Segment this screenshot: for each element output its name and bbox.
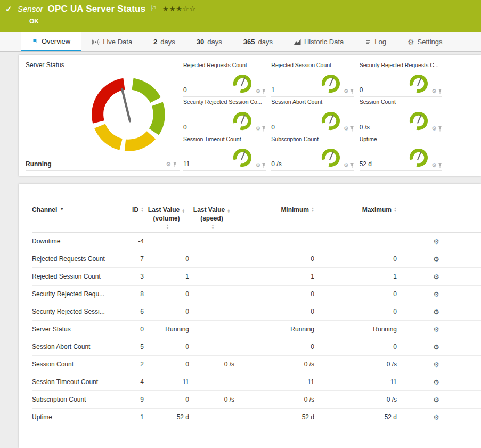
cell-channel: Server Status	[32, 325, 123, 333]
pin-icon[interactable]	[262, 126, 266, 132]
channel-settings-gear-icon[interactable]: ⚙	[433, 238, 439, 246]
gear-icon[interactable]: ⚙	[431, 126, 437, 132]
sort-icon[interactable]: ▲▼	[311, 207, 314, 212]
tab-overview[interactable]: Overview	[21, 32, 81, 51]
channel-settings-gear-icon[interactable]: ⚙	[433, 396, 439, 404]
tab-historic-data[interactable]: Historic Data	[283, 32, 354, 51]
table-body: Downtime -4 ⚙ Rejected Requests Count 7 …	[32, 233, 481, 426]
channel-settings-gear-icon[interactable]: ⚙	[433, 308, 439, 316]
cell-id: 9	[123, 396, 144, 403]
channel-settings-gear-icon[interactable]: ⚙	[433, 378, 439, 386]
star-icon[interactable]: ☆	[190, 5, 197, 13]
sort-down-icon: ▼	[394, 210, 397, 213]
gear-icon[interactable]: ⚙	[255, 126, 260, 132]
tab-number: 365	[243, 38, 255, 46]
mini-gauge-value: 0	[271, 124, 319, 132]
pin-icon[interactable]	[262, 88, 266, 94]
gear-icon[interactable]: ⚙	[344, 126, 349, 132]
pin-icon[interactable]	[350, 88, 354, 94]
header-label: Minimum	[281, 206, 309, 214]
mini-gauge-value: 0	[183, 86, 231, 95]
mini-gauge-label: Session Count	[360, 97, 442, 108]
tab-settings[interactable]: ⚙ Settings	[397, 32, 453, 51]
priority-rating[interactable]: ★★★☆☆	[162, 5, 196, 13]
pin-icon[interactable]	[350, 126, 354, 132]
gear-icon[interactable]: ⚙	[431, 162, 437, 168]
gear-icon[interactable]: ⚙	[255, 162, 260, 168]
mini-gauge-cell: Session Count 0 /s ⚙	[360, 97, 442, 134]
cell-id: 8	[123, 290, 144, 298]
gauges-panel: Server Status Running ⚙ Rejected Request…	[19, 55, 481, 176]
column-header-last-value-speed[interactable]: Last Value▲▼ (speed) ▲▼	[189, 206, 234, 228]
table-row: Security Rejected Sessi... 6 0 0 0 ⚙	[32, 303, 481, 321]
mini-gauge-cell: Uptime 52 d ⚙	[360, 134, 442, 171]
column-header-id[interactable]: ID ▲▼	[123, 206, 144, 228]
cell-last-value-volume: Running	[144, 325, 189, 333]
header-label: (speed)	[200, 215, 223, 222]
sort-icon[interactable]: ▲▼	[182, 209, 185, 214]
gear-icon[interactable]: ⚙	[431, 88, 437, 94]
channel-settings-gear-icon[interactable]: ⚙	[433, 413, 439, 421]
tab-live-data[interactable]: Live Data	[81, 32, 143, 51]
column-header-last-value-volume[interactable]: Last Value▲▼ (volume) ▲▼	[144, 206, 189, 228]
cell-maximum: 0	[314, 343, 397, 351]
object-kind-label: Sensor	[18, 4, 43, 13]
cell-last-value-speed: 0 /s	[189, 361, 234, 368]
column-header-channel[interactable]: Channel ▼	[32, 206, 123, 228]
star-icon[interactable]: ☆	[183, 5, 190, 13]
channels-table-panel: Channel ▼ ID ▲▼ Last Value▲▼ (volume) ▲▼…	[19, 184, 481, 448]
cell-id: -4	[123, 238, 144, 245]
cell-id: 4	[123, 378, 144, 386]
tab-30-days[interactable]: 30 days	[186, 32, 233, 51]
column-header-maximum[interactable]: Maximum ▲▼	[314, 206, 397, 228]
pin-icon[interactable]	[438, 162, 442, 168]
column-header-minimum[interactable]: Minimum ▲▼	[234, 206, 314, 228]
channel-settings-gear-icon[interactable]: ⚙	[433, 325, 439, 333]
channel-settings-gear-icon[interactable]: ⚙	[433, 290, 439, 298]
gear-icon[interactable]: ⚙	[344, 88, 349, 94]
pin-icon[interactable]	[173, 161, 177, 167]
sort-icon[interactable]: ▲▼	[227, 209, 230, 214]
tab-2-days[interactable]: 2 days	[143, 32, 186, 51]
tab-label: days	[258, 38, 272, 46]
header-label: Last Value	[148, 206, 180, 214]
tab-label: days	[160, 38, 175, 46]
channel-settings-gear-icon[interactable]: ⚙	[433, 255, 439, 263]
cell-minimum: 1	[234, 273, 314, 280]
cell-maximum: 0	[314, 308, 397, 315]
sort-icon[interactable]: ▲▼	[394, 207, 397, 212]
sort-icon[interactable]: ▲▼	[141, 207, 144, 212]
tab-label: Historic Data	[304, 38, 344, 46]
mini-gauge-value: 11	[183, 160, 231, 169]
tab-number: 30	[197, 38, 204, 46]
channel-settings-gear-icon[interactable]: ⚙	[433, 343, 439, 351]
pin-icon[interactable]	[350, 162, 354, 168]
star-icon[interactable]: ★	[169, 5, 176, 13]
cell-maximum: 11	[314, 378, 397, 386]
mini-gauge-label: Rejected Requests Count	[183, 60, 266, 71]
cell-maximum: 52 d	[314, 413, 397, 421]
sort-icon[interactable]: ▲▼	[166, 224, 169, 229]
star-icon[interactable]: ★	[162, 5, 169, 13]
pin-icon[interactable]	[262, 162, 266, 168]
gear-icon[interactable]: ⚙	[255, 88, 260, 94]
header-label: Channel	[32, 206, 57, 214]
tab-log[interactable]: Log	[354, 32, 397, 51]
mini-gauges-grid: Rejected Requests Count 0 ⚙ Rejected Ses…	[183, 60, 442, 171]
sort-icon[interactable]: ▲▼	[211, 224, 215, 229]
gear-icon[interactable]: ⚙	[344, 162, 349, 168]
channel-settings-gear-icon[interactable]: ⚙	[433, 361, 439, 369]
table-row: Rejected Requests Count 7 0 0 0 ⚙	[32, 250, 481, 268]
sort-down-icon: ▼	[311, 210, 314, 213]
table-row: Subscription Count 9 0 0 /s 0 /s 0 /s ⚙	[32, 391, 481, 409]
live-data-icon	[92, 39, 100, 45]
tab-365-days[interactable]: 365 days	[233, 32, 283, 51]
tab-label: days	[207, 38, 222, 46]
gear-icon[interactable]: ⚙	[166, 161, 171, 167]
channel-settings-gear-icon[interactable]: ⚙	[433, 273, 439, 281]
cell-minimum: 52 d	[234, 413, 314, 421]
pin-icon[interactable]	[438, 126, 442, 132]
star-icon[interactable]: ★	[176, 5, 183, 13]
pin-icon[interactable]	[438, 88, 442, 94]
cell-maximum: Running	[314, 325, 397, 333]
